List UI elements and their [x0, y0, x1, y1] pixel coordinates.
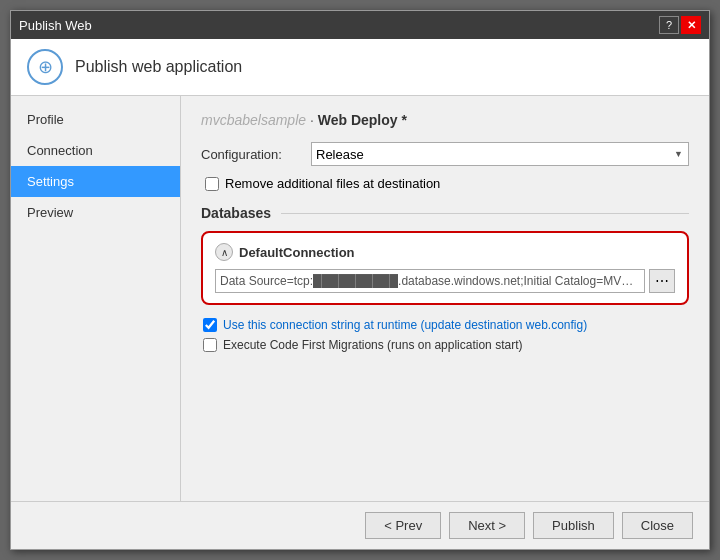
deploy-method-separator: ·	[310, 112, 318, 128]
sidebar-item-preview[interactable]: Preview	[11, 197, 180, 228]
sidebar-item-connection[interactable]: Connection	[11, 135, 180, 166]
remove-files-checkbox[interactable]	[205, 177, 219, 191]
next-button[interactable]: Next >	[449, 512, 525, 539]
profile-name: mvcbabelsample	[201, 112, 306, 128]
configuration-label: Configuration:	[201, 147, 311, 162]
sidebar-item-settings[interactable]: Settings	[11, 166, 180, 197]
deploy-method: Web Deploy *	[318, 112, 407, 128]
databases-section-title: Databases	[201, 205, 689, 221]
close-button[interactable]: Close	[622, 512, 693, 539]
configuration-select-wrapper: Release Debug	[311, 142, 689, 166]
connection-string-browse-button[interactable]: ⋯	[649, 269, 675, 293]
db-name-row: ∧ DefaultConnection	[215, 243, 675, 261]
use-connection-string-checkbox[interactable]	[203, 318, 217, 332]
prev-button[interactable]: < Prev	[365, 512, 441, 539]
db-name: DefaultConnection	[239, 245, 355, 260]
header-bar: ⊕ Publish web application	[11, 39, 709, 96]
dialog-body: Profile Connection Settings Preview mvcb…	[11, 96, 709, 501]
publish-web-dialog: Publish Web ? ✕ ⊕ Publish web applicatio…	[10, 10, 710, 550]
sidebar-item-profile[interactable]: Profile	[11, 104, 180, 135]
db-box: ∧ DefaultConnection ⋯	[201, 231, 689, 305]
dialog-title: Publish Web	[19, 18, 92, 33]
execute-migrations-checkbox[interactable]	[203, 338, 217, 352]
remove-files-label: Remove additional files at destination	[225, 176, 440, 191]
configuration-row: Configuration: Release Debug	[201, 142, 689, 166]
footer: < Prev Next > Publish Close	[11, 501, 709, 549]
header-title: Publish web application	[75, 58, 242, 76]
title-bar-buttons: ? ✕	[659, 16, 701, 34]
connection-string-row: ⋯	[215, 269, 675, 293]
remove-files-row: Remove additional files at destination	[205, 176, 689, 191]
execute-migrations-label: Execute Code First Migrations (runs on a…	[223, 338, 522, 352]
connection-string-input[interactable]	[215, 269, 645, 293]
globe-icon: ⊕	[27, 49, 63, 85]
publish-button[interactable]: Publish	[533, 512, 614, 539]
content-area: mvcbabelsample · Web Deploy * Configurat…	[181, 96, 709, 501]
sidebar: Profile Connection Settings Preview	[11, 96, 181, 501]
collapse-button[interactable]: ∧	[215, 243, 233, 261]
execute-migrations-row: Execute Code First Migrations (runs on a…	[203, 338, 689, 352]
help-button[interactable]: ?	[659, 16, 679, 34]
title-close-button[interactable]: ✕	[681, 16, 701, 34]
use-connection-string-row: Use this connection string at runtime (u…	[203, 317, 689, 332]
use-connection-string-label: Use this connection string at runtime (u…	[223, 318, 587, 332]
profile-line: mvcbabelsample · Web Deploy *	[201, 112, 689, 128]
title-bar: Publish Web ? ✕	[11, 11, 709, 39]
configuration-select[interactable]: Release Debug	[311, 142, 689, 166]
